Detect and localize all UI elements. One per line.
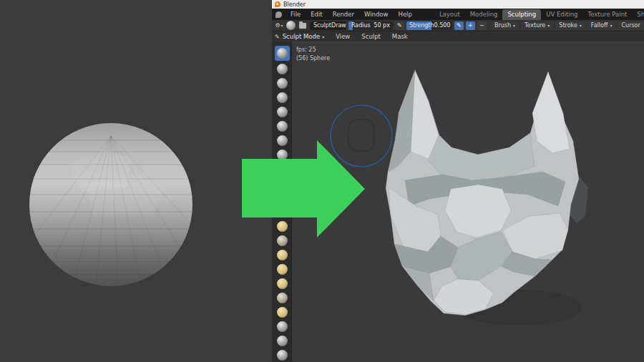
window-titlebar: Blender (272, 0, 644, 9)
menu-render[interactable]: Render (328, 9, 359, 20)
viewport-menu-view[interactable]: View (330, 33, 356, 40)
viewport-menu-mask[interactable]: Mask (386, 33, 414, 40)
blender-menu-icon[interactable] (275, 11, 282, 18)
mode-selector[interactable]: Sculpt Mode (283, 33, 320, 40)
chevron-down-icon: ▾ (281, 23, 283, 28)
sculpted-head-render (272, 41, 644, 362)
blender-logo-icon (275, 1, 280, 7)
viewport-menus: ViewSculptMask (330, 33, 414, 40)
chevron-down-icon: ▾ (580, 23, 582, 28)
strength-label: Strength (409, 22, 434, 29)
tab-modeling[interactable]: Modeling (465, 9, 503, 20)
tab-sculpting[interactable]: Sculpting (502, 9, 541, 20)
radius-pressure-button[interactable]: ✎ (395, 21, 404, 30)
brush-panel-buttons: Brush▾Texture▾Stroke▾Falloff▾Cursor (489, 21, 644, 30)
tab-uv-editing[interactable]: UV Editing (541, 9, 582, 20)
editor-type-icon[interactable]: ⚙▾ (274, 21, 284, 30)
tool-settings-bar: ⚙▾ SculptDraw Radius 50 px ✎ Strength 0.… (272, 20, 644, 31)
workspace-tabs: LayoutModelingSculptingUV EditingTexture… (434, 9, 644, 20)
radius-value: 50 px (374, 22, 390, 29)
strength-value: 0.500 (434, 22, 451, 29)
app-menus: FileEditRenderWindowHelp (286, 9, 417, 20)
strength-pressure-button[interactable]: ✎ (454, 21, 464, 30)
remove-brush-button[interactable]: − (477, 21, 487, 30)
3d-viewport[interactable]: fps: 25 (56) Sphere (272, 41, 644, 362)
top-menu-bar: FileEditRenderWindowHelp LayoutModelingS… (272, 9, 644, 20)
panel-stroke-button[interactable]: Stroke▾ (555, 21, 585, 30)
blender-window: Blender FileEditRenderWindowHelp LayoutM… (272, 0, 644, 362)
menu-help[interactable]: Help (393, 9, 416, 20)
panel-brush-button[interactable]: Brush▾ (491, 21, 519, 30)
chevron-down-icon: ▾ (547, 23, 550, 28)
viewport-header: ✎ Sculpt Mode ▾ ViewSculptMask (272, 31, 644, 41)
viewport-menu-sculpt[interactable]: Sculpt (356, 33, 386, 40)
browse-brush-icon[interactable] (299, 23, 306, 29)
menu-file[interactable]: File (286, 9, 306, 20)
window-title: Blender (283, 1, 306, 8)
tutorial-composite: Blender FileEditRenderWindowHelp LayoutM… (0, 0, 644, 362)
tab-shading[interactable]: Shading (632, 9, 644, 20)
lowpoly-sphere-render (0, 0, 272, 362)
panel-falloff-button[interactable]: Falloff▾ (587, 21, 616, 30)
chevron-down-icon: ▾ (513, 23, 515, 28)
brush-name-field[interactable]: SculptDraw (310, 21, 346, 30)
brush-preview-icon[interactable] (286, 21, 296, 30)
tab-layout[interactable]: Layout (434, 9, 465, 20)
radius-label: Radius (351, 22, 371, 29)
panel-cursor-button[interactable]: Cursor (618, 21, 643, 30)
menu-window[interactable]: Window (359, 9, 394, 20)
panel-texture-button[interactable]: Texture▾ (521, 21, 553, 30)
strength-slider[interactable]: Strength 0.500 (406, 21, 452, 30)
chevron-down-icon: ▾ (610, 23, 612, 28)
radius-slider[interactable]: Radius 50 px (348, 21, 393, 30)
sculpt-mode-icon: ✎ (275, 34, 280, 40)
tab-texture-paint[interactable]: Texture Paint (583, 9, 633, 20)
chevron-down-icon: ▾ (322, 34, 324, 39)
add-brush-button[interactable]: + (466, 21, 475, 30)
menu-edit[interactable]: Edit (306, 9, 327, 20)
before-panel (0, 0, 272, 362)
brush-cursor (331, 105, 392, 167)
